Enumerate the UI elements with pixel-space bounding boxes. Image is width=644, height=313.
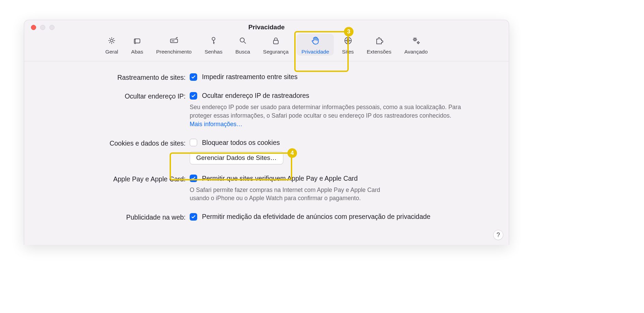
tab-label: Senhas (205, 49, 223, 55)
svg-point-9 (414, 39, 415, 40)
help-button[interactable]: ? (493, 230, 503, 240)
svg-point-10 (417, 42, 419, 43)
window-title: Privacidade (24, 24, 509, 31)
puzzle-icon (374, 36, 384, 47)
row-applepay: Apple Pay e Apple Card: Permitir que sit… (44, 175, 489, 203)
checkbox-prevent-tracking[interactable] (190, 73, 197, 81)
checkbox-label: Impedir rastreamento entre sites (202, 73, 298, 81)
tab-privacy[interactable]: Privacidade (297, 34, 334, 56)
tab-label: Geral (105, 49, 118, 55)
row-hide-ip: Ocultar endereço IP: Ocultar endereço IP… (44, 92, 489, 129)
checkbox-hide-ip[interactable] (190, 92, 197, 100)
tab-label: Busca (235, 49, 250, 55)
tab-general[interactable]: Geral (100, 34, 123, 56)
tab-label: Avançado (404, 49, 428, 55)
svg-point-0 (110, 39, 113, 42)
globe-icon (343, 36, 353, 47)
row-cookies: Cookies e dados de sites: Bloquear todos… (44, 139, 489, 164)
svg-point-6 (240, 38, 244, 42)
checkbox-applepay[interactable] (190, 175, 197, 182)
label-ads: Publicidade na web: (44, 213, 190, 221)
tab-label: Sites (342, 49, 354, 55)
checkbox-label: Permitir medição da efetividade de anúnc… (202, 213, 430, 221)
label-cookies: Cookies e dados de sites: (44, 139, 190, 147)
tab-autofill[interactable]: Preenchimento (151, 34, 196, 56)
tab-label: Preenchimento (156, 49, 191, 55)
key-icon (209, 36, 218, 47)
tab-search[interactable]: Busca (231, 34, 255, 56)
preferences-window: Privacidade Geral Abas Preenchimento Sen… (24, 20, 509, 245)
tab-tabs[interactable]: Abas (126, 34, 148, 56)
lock-icon (271, 36, 281, 47)
titlebar: Privacidade (24, 20, 509, 32)
svg-rect-7 (273, 40, 278, 44)
tab-passwords[interactable]: Senhas (200, 34, 227, 56)
more-info-link[interactable]: Mais informações… (190, 121, 242, 128)
desc-applepay: O Safari permite fazer compras na Intern… (190, 186, 380, 203)
tabs-icon (132, 36, 142, 47)
svg-point-3 (172, 41, 172, 41)
desc-hide-ip: Seu endereço IP pode ser usado para dete… (190, 103, 462, 129)
svg-point-4 (173, 41, 174, 41)
search-icon (238, 36, 248, 47)
tab-advanced[interactable]: Avançado (399, 34, 433, 56)
tab-security[interactable]: Segurança (258, 34, 293, 56)
tab-websites[interactable]: Sites (337, 34, 358, 56)
prefs-toolbar: Geral Abas Preenchimento Senhas Busca (24, 32, 509, 61)
label-applepay: Apple Pay e Apple Card: (44, 175, 190, 183)
label-hide-ip: Ocultar endereço IP: (44, 92, 190, 100)
label-tracking: Rastreamento de sites: (44, 73, 190, 81)
manage-website-data-button[interactable]: Gerenciar Dados de Sites… (190, 151, 283, 164)
checkbox-label: Permitir que sites verifiquem Apple Pay … (202, 175, 358, 182)
privacy-pane: Rastreamento de sites: Impedir rastreame… (24, 61, 509, 227)
gears-icon (411, 36, 421, 47)
tab-extensions[interactable]: Extensões (362, 34, 396, 56)
tab-label: Privacidade (301, 49, 329, 55)
checkbox-ad-measurement[interactable] (190, 213, 197, 221)
checkbox-block-cookies[interactable] (190, 139, 197, 146)
svg-point-5 (212, 37, 215, 40)
gear-icon (107, 36, 116, 47)
row-ads: Publicidade na web: Permitir medição da … (44, 213, 489, 221)
hand-icon (311, 36, 320, 47)
autofill-icon (169, 36, 179, 47)
row-tracking: Rastreamento de sites: Impedir rastreame… (44, 73, 489, 81)
tab-label: Extensões (367, 49, 391, 55)
tab-label: Abas (131, 49, 143, 55)
tab-label: Segurança (263, 49, 288, 55)
svg-rect-1 (135, 39, 140, 43)
checkbox-label: Bloquear todos os cookies (202, 139, 280, 147)
checkbox-label: Ocultar endereço IP de rastreadores (202, 92, 309, 100)
